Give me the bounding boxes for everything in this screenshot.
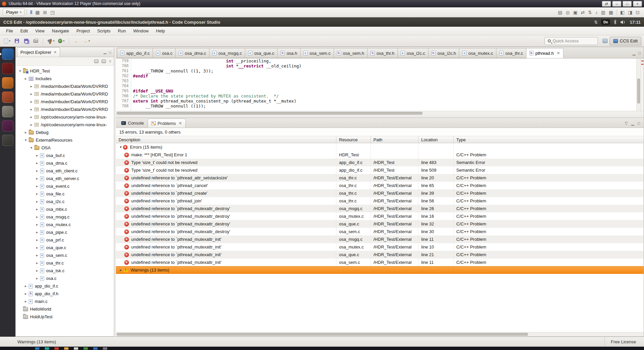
problem-row[interactable]: make: *** [HDR_Test] Error 1HDR_TestC/C+… — [116, 151, 644, 159]
column-header-path[interactable]: Path — [371, 136, 419, 143]
editor-tab-app_dio_if.c[interactable]: capp_dio_if.c — [117, 48, 153, 58]
tree-item-mediambuderDataWorkDVRRD[interactable]: /media/mbuder/Data/Work/DVRRD — [16, 98, 114, 106]
menu-navigate[interactable]: Navigate — [48, 27, 72, 34]
unity-mode-icon[interactable]: ◨ — [626, 9, 634, 16]
taskbar-item[interactable] — [103, 347, 107, 350]
tree-expand-arrow[interactable] — [29, 92, 34, 96]
menu-edit[interactable]: Edit — [17, 27, 31, 34]
tree-item-osa_pipe.c[interactable]: cosa_pipe.c — [16, 228, 114, 236]
menu-project[interactable]: Project — [73, 27, 93, 34]
close-button[interactable]: × — [633, 1, 642, 7]
editor-horizontal-scrollbar[interactable] — [116, 111, 644, 115]
tree-expand-arrow[interactable] — [35, 184, 39, 188]
tree-expand-arrow[interactable] — [35, 230, 39, 234]
editor-vertical-scrollbar[interactable] — [636, 58, 641, 111]
harddisk-icon[interactable]: ▤ — [556, 9, 564, 16]
problems-horizontal-scrollbar[interactable] — [116, 332, 644, 336]
expand-arrow-icon[interactable]: ▸ — [119, 268, 123, 272]
problem-row[interactable]: undefined reference to `pthread_mutexatt… — [116, 212, 644, 220]
keyboard-layout-indicator[interactable]: De — [601, 19, 610, 25]
tab-problems[interactable]: Problems ✕ — [148, 119, 186, 128]
tree-item-main.c[interactable]: cmain.c — [16, 298, 114, 305]
menu-help[interactable]: Help — [153, 27, 168, 34]
media-player-launcher-icon[interactable] — [2, 63, 13, 74]
expand-arrow-icon[interactable]: ▾ — [119, 145, 123, 149]
tree-item-HDR_Test[interactable]: HDR_Test — [16, 67, 114, 75]
tree-item-osa_dma.c[interactable]: cosa_dma.c — [16, 159, 114, 167]
minimize-view-button[interactable]: ▁ — [631, 121, 634, 126]
editor-tab-osa.h[interactable]: hosa.h — [278, 48, 301, 58]
player-menu-button[interactable]: Player — [3, 8, 25, 16]
tree-item-osa_event.c[interactable]: cosa_event.c — [16, 182, 114, 190]
tree-expand-arrow[interactable] — [35, 161, 39, 165]
tree-item-OSA[interactable]: OSA — [16, 144, 114, 152]
tree-expand-arrow[interactable] — [23, 284, 28, 288]
volume-icon[interactable] — [620, 20, 626, 24]
tree-expand-arrow[interactable] — [35, 238, 39, 242]
problems-group-warnings[interactable]: ▸Warnings (13 items) — [116, 266, 644, 274]
close-view-icon[interactable]: ✕ — [53, 50, 56, 54]
menu-window[interactable]: Window — [130, 27, 152, 34]
tree-expand-arrow[interactable] — [23, 130, 28, 135]
maximize-view-button[interactable]: □ — [638, 121, 640, 126]
new-file-button[interactable] — [3, 37, 12, 45]
problem-row[interactable]: undefined reference to `pthread_mutexatt… — [116, 205, 644, 212]
menu-file[interactable]: File — [3, 27, 16, 34]
editor-tab-osa_thr.c[interactable]: cosa_thr.c — [496, 48, 526, 58]
tree-item-optcodesourceryarm-none-linux-[interactable]: /opt/codesourcery/arm-none-linux- — [16, 121, 114, 129]
tree-item-osa_eth_server.c[interactable]: cosa_eth_server.c — [16, 175, 114, 182]
files-launcher-icon[interactable] — [2, 106, 13, 117]
column-header-resource[interactable]: Resource — [336, 136, 371, 143]
tree-expand-arrow[interactable] — [35, 261, 39, 265]
tree-item-osa_msgq.c[interactable]: cosa_msgq.c — [16, 213, 114, 221]
tree-item-Debug[interactable]: Debug — [16, 129, 114, 136]
tree-expand-arrow[interactable] — [35, 276, 39, 281]
close-tab-icon[interactable]: ✕ — [179, 121, 182, 126]
tree-item-osa_prf.c[interactable]: cosa_prf.c — [16, 236, 114, 244]
minimize-button[interactable]: – — [612, 1, 621, 7]
taskbar-item[interactable] — [84, 347, 88, 350]
collapse-all-icon[interactable] — [94, 59, 99, 63]
view-menu-icon[interactable]: ▽ — [625, 121, 628, 126]
project-explorer-tab[interactable]: Project Explorer ✕ — [17, 47, 60, 57]
send-ctrl-alt-del-icon[interactable]: ▦ — [34, 9, 41, 16]
cdrom-icon[interactable]: ◎ — [564, 9, 571, 16]
tree-item-osa_tsk.c[interactable]: cosa_tsk.c — [16, 267, 114, 275]
column-header-type[interactable]: Type — [454, 136, 644, 143]
network-indicator-icon[interactable]: ⇅ — [594, 20, 598, 25]
menu-scripts[interactable]: Scripts — [94, 27, 114, 34]
tree-expand-arrow[interactable] — [29, 100, 34, 104]
build-button[interactable] — [46, 37, 56, 45]
tree-item-mediambuderDataWorkDVRRD[interactable]: /media/mbuder/Data/Work/DVRRD — [16, 106, 114, 113]
tree-expand-arrow[interactable] — [35, 199, 39, 204]
tree-expand-arrow[interactable] — [29, 84, 34, 89]
scrollbar-thumb[interactable] — [117, 112, 423, 115]
clock[interactable]: 17:11 — [630, 20, 641, 25]
tree-item-app_dio_if.h[interactable]: happ_dio_if.h — [16, 290, 114, 298]
problem-row[interactable]: undefined reference to `pthread_mutexatt… — [116, 251, 644, 258]
tree-item-mediambuderDataWorkDVRRD[interactable]: /media/mbuder/Data/Work/DVRRD — [16, 82, 114, 90]
tree-expand-arrow[interactable] — [29, 115, 34, 119]
tab-console[interactable]: Console — [118, 119, 148, 128]
tree-expand-arrow[interactable] — [35, 253, 39, 257]
tree-item-osa.c[interactable]: cosa.c — [16, 275, 114, 282]
minimize-view-button[interactable]: ▁ — [633, 51, 636, 55]
tree-expand-arrow[interactable] — [29, 146, 34, 150]
editor-tab-osa_msgq.c[interactable]: cosa_msgq.c — [209, 48, 245, 58]
tree-expand-arrow[interactable] — [35, 169, 39, 173]
ccs-launcher-icon[interactable] — [2, 48, 13, 60]
taskbar-item[interactable] — [45, 347, 49, 350]
scrollbar-thumb[interactable] — [117, 333, 528, 336]
tree-item-HoldUpTest[interactable]: HoldUpTest — [16, 313, 114, 321]
tree-item-HelloWorld[interactable]: HelloWorld — [16, 305, 114, 313]
column-header-description[interactable]: Description — [116, 136, 336, 143]
fullscreen-icon[interactable]: ⊡ — [634, 9, 641, 16]
taskbar-item[interactable] — [35, 347, 39, 350]
tree-expand-arrow[interactable] — [35, 222, 39, 227]
tree-item-osa_buf.c[interactable]: cosa_buf.c — [16, 152, 114, 159]
editor-tab-osa_que.c[interactable]: cosa_que.c — [245, 48, 278, 58]
printer-device-icon[interactable]: ▥ — [599, 9, 607, 16]
save-button[interactable] — [13, 37, 21, 45]
editor-tab-osa_dma.c[interactable]: cosa_dma.c — [176, 48, 209, 58]
perspective-ccs-edit-button[interactable]: CCS Edit — [610, 37, 641, 45]
